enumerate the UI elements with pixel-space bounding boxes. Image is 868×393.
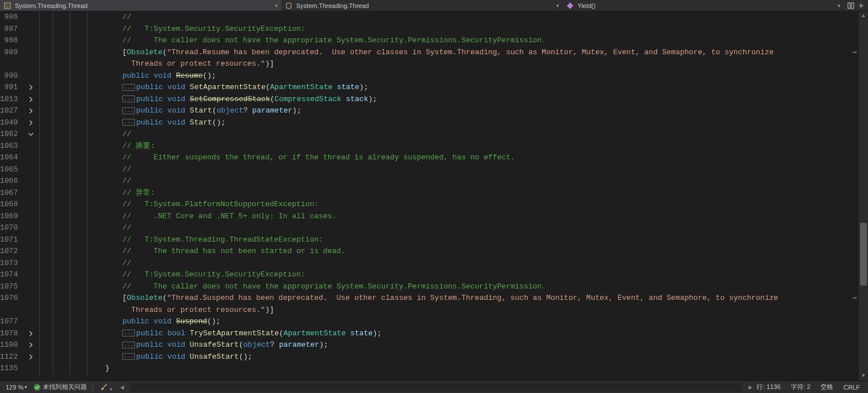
collapsed-region-icon[interactable]: ...: [122, 353, 135, 360]
fold-toggle[interactable]: [26, 117, 36, 129]
fold-toggle[interactable]: [26, 351, 36, 363]
code-line[interactable]: ...public void Start(object? parameter);: [44, 105, 859, 117]
code-line[interactable]: [Obsolete("Thread.Suspend has been depre…: [44, 292, 859, 304]
scroll-thumb[interactable]: [860, 223, 867, 286]
code-token: public: [122, 71, 149, 80]
collapsed-region-icon[interactable]: ...: [122, 95, 135, 102]
collapsed-region-icon[interactable]: ...: [122, 342, 135, 348]
code-line[interactable]: ...public void UnsafeStart(object? param…: [44, 339, 859, 351]
vertical-scrollbar[interactable]: ▲ ▼: [859, 11, 868, 380]
scroll-left-arrow[interactable]: ◀: [118, 384, 126, 390]
outline-guide: [36, 94, 44, 106]
line-number: 1066: [0, 175, 26, 187]
fold-toggle[interactable]: [26, 94, 36, 106]
outline-guide: [36, 304, 44, 316]
code-token: // T:System.Threading.ThreadStateExcepti…: [122, 235, 323, 244]
line-number: 986: [0, 11, 26, 23]
fold-toggle[interactable]: [26, 105, 36, 117]
code-line[interactable]: // .NET Core and .NET 5+ only: In all ca…: [44, 211, 859, 223]
code-line[interactable]: //: [44, 129, 859, 141]
expand-button[interactable]: [857, 1, 866, 10]
code-line[interactable]: // 异常:: [44, 187, 859, 199]
fold-toggle: [26, 234, 36, 246]
chevron-down-icon: ▾: [275, 3, 278, 9]
code-line[interactable]: ...public bool TrySetApartmentState(Apar…: [44, 328, 859, 340]
scroll-right-arrow[interactable]: ▶: [746, 384, 754, 390]
code-token: (: [212, 106, 217, 115]
horizontal-scrollbar[interactable]: [130, 383, 742, 391]
scroll-down-arrow[interactable]: ▼: [859, 371, 868, 380]
zoom-text: 129 %: [6, 384, 23, 391]
code-line[interactable]: ...public void Start();: [44, 117, 859, 129]
code-token: UnsafeStart: [190, 340, 239, 349]
code-line[interactable]: //: [44, 175, 859, 187]
fold-toggle[interactable]: [26, 82, 36, 94]
member-dropdown[interactable]: Yield() ▾: [563, 0, 844, 11]
code-line[interactable]: }: [44, 363, 859, 375]
method-icon: [566, 2, 574, 10]
collapsed-region-icon[interactable]: ...: [122, 330, 135, 336]
code-line[interactable]: public void Suspend();: [44, 316, 859, 328]
split-vertical-button[interactable]: [846, 1, 855, 10]
code-line[interactable]: ...public void SetApartmentState(Apartme…: [44, 82, 859, 94]
code-line[interactable]: Threads or protect resources.")]: [44, 304, 859, 316]
code-token: //: [122, 223, 132, 232]
code-line[interactable]: Threads or protect resources.")]: [44, 58, 859, 70]
line-ending[interactable]: CRLF: [841, 384, 862, 391]
code-line[interactable]: // Either suspends the thread, or if the…: [44, 152, 859, 164]
fold-toggle[interactable]: [26, 129, 36, 141]
fold-gutter[interactable]: [26, 11, 36, 380]
code-line[interactable]: //: [44, 258, 859, 270]
zoom-level[interactable]: 129 % ▾: [3, 384, 29, 391]
line-number: 1062: [0, 129, 26, 141]
code-line[interactable]: // T:System.Security.SecurityException:: [44, 269, 859, 281]
code-token: "Thread.Suspend has been deprecated. Use…: [167, 294, 783, 302]
code-token: stack: [346, 95, 368, 103]
code-line[interactable]: //: [44, 11, 859, 23]
line-number: [0, 58, 26, 70]
collapsed-region-icon[interactable]: ...: [122, 107, 135, 114]
code-token: [185, 83, 190, 91]
collapsed-region-icon[interactable]: ...: [122, 84, 135, 91]
code-token: [163, 106, 168, 115]
type-dropdown[interactable]: System.Threading.Thread ▾: [281, 0, 563, 11]
code-line[interactable]: [Obsolete("Thread.Resume has been deprec…: [44, 47, 859, 59]
indent-mode[interactable]: 空格: [818, 383, 835, 391]
code-content[interactable]: //// T:System.Security.SecurityException…: [44, 11, 859, 380]
code-token: //: [122, 177, 132, 185]
code-line[interactable]: // The caller does not have the appropri…: [44, 281, 859, 293]
error-status[interactable]: 未找到相关问题: [34, 383, 87, 391]
code-line[interactable]: // T:System.PlatformNotSupportedExceptio…: [44, 199, 859, 211]
outline-guide: [36, 105, 44, 117]
code-line[interactable]: public void Resume();: [44, 70, 859, 82]
fold-toggle[interactable]: [26, 328, 36, 340]
line-position[interactable]: 行: 1136: [754, 383, 783, 391]
code-token: public: [136, 352, 163, 361]
fold-toggle: [26, 304, 36, 316]
code-token: Threads or protect resources.": [122, 306, 265, 314]
outline-guide: [36, 328, 44, 340]
fold-toggle: [26, 363, 36, 375]
code-editor[interactable]: 9869879889899909911013102710491062106310…: [0, 11, 868, 380]
code-token: void: [168, 118, 185, 127]
code-line[interactable]: ...public void SetCompressedStack(Compre…: [44, 94, 859, 106]
code-line[interactable]: // The caller does not have the appropri…: [44, 35, 859, 47]
code-line[interactable]: ...public void UnsafeStart();: [44, 351, 859, 363]
code-line[interactable]: // The thread has not been started or is…: [44, 246, 859, 258]
scope-dropdown[interactable]: C System.Threading.Thread ▾: [0, 0, 281, 11]
brush-icon[interactable]: ▾: [98, 383, 114, 392]
code-line[interactable]: // T:System.Security.SecurityException:: [44, 23, 859, 35]
code-token: [185, 352, 190, 361]
fold-toggle[interactable]: [26, 339, 36, 351]
char-position[interactable]: 字符: 2: [789, 383, 813, 391]
code-line[interactable]: //: [44, 164, 859, 176]
code-line[interactable]: // T:System.Threading.ThreadStateExcepti…: [44, 234, 859, 246]
code-line[interactable]: //: [44, 222, 859, 234]
outline-guide: [36, 175, 44, 187]
code-token: [185, 95, 190, 103]
code-token: );: [368, 95, 377, 103]
code-line[interactable]: // 摘要:: [44, 141, 859, 153]
code-token: // .NET Core and .NET 5+ only: In all ca…: [122, 212, 336, 220]
scroll-up-arrow[interactable]: ▲: [859, 11, 868, 21]
collapsed-region-icon[interactable]: ...: [122, 119, 135, 126]
